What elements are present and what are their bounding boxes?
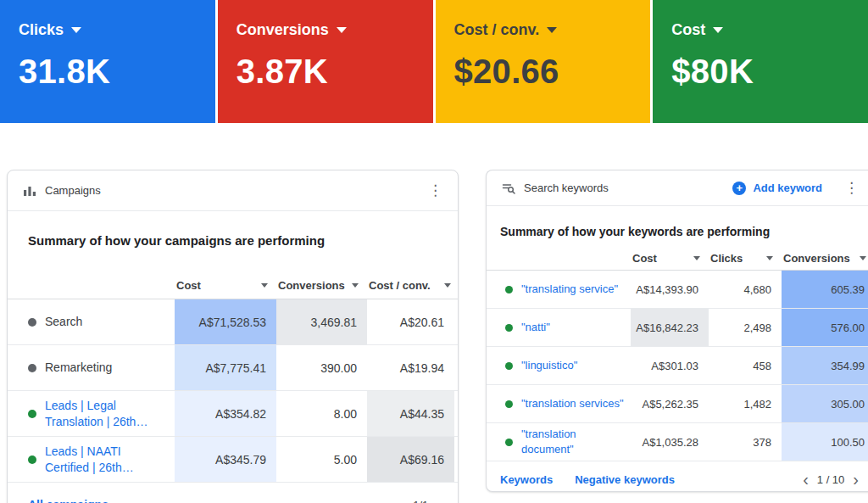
metric-selector[interactable]: Cost / conv. <box>454 21 651 39</box>
column-header-label: Conversions <box>783 252 850 265</box>
row-label-link[interactable]: "translating service" <box>521 282 618 297</box>
column-header-cost[interactable]: Cost <box>175 279 276 292</box>
column-header-label: Conversions <box>278 279 345 292</box>
metric-cell: 3,469.81 <box>276 299 367 344</box>
status-dot-icon <box>28 364 36 372</box>
metric-value: 3.87K <box>236 53 433 91</box>
table-row: Leads | LegalTranslation | 26th…A$354.82… <box>8 391 458 437</box>
metric-cell: 5.00 <box>276 437 367 482</box>
row-label: Remarketing <box>8 345 175 390</box>
row-label: "translating service" <box>487 271 631 308</box>
table-row: "natti"A$16,842.232,498576.00 <box>487 309 868 347</box>
keywords-footer: Keywords Negative keywords ‹ 1 / 10 › <box>487 461 868 492</box>
campaigns-card-header: Campaigns ⋮ <box>8 170 458 211</box>
chevron-left-icon[interactable]: ‹ <box>399 496 405 503</box>
kebab-menu-icon[interactable]: ⋮ <box>841 181 862 195</box>
row-label-link[interactable]: Leads | NAATICertified | 26th… <box>45 444 134 476</box>
scorecard-clicks[interactable]: Clicks31.8K <box>0 0 215 123</box>
row-label-link[interactable]: "translationdocument" <box>521 427 576 456</box>
row-label: "translationdocument" <box>487 423 631 461</box>
metric-label: Conversions <box>236 21 329 39</box>
metric-cell: A$14,393.90 <box>631 271 709 308</box>
metric-cell: A$5,262.35 <box>631 385 709 422</box>
column-header-label: Cost <box>632 252 657 265</box>
metric-value: $20.66 <box>454 53 651 91</box>
row-label: "translation services" <box>487 385 631 422</box>
row-label: "natti" <box>487 309 631 346</box>
metric-cell: A$7,775.41 <box>175 345 276 390</box>
campaigns-subtitle: Summary of how your campaigns are perfor… <box>28 233 437 248</box>
add-keyword-button[interactable]: + Add keyword <box>732 182 822 195</box>
column-header-cost-conv[interactable]: Cost / conv. <box>367 279 459 292</box>
keywords-card-title: Search keywords <box>524 182 609 194</box>
chevron-left-icon[interactable]: ‹ <box>803 471 809 488</box>
status-dot-icon <box>505 362 513 370</box>
metric-label: Cost / conv. <box>454 21 540 39</box>
metric-cell: A$301.03 <box>631 347 709 384</box>
keywords-table-body: "translating service"A$14,393.904,680605… <box>487 271 868 461</box>
tab-negative-keywords[interactable]: Negative keywords <box>575 473 675 486</box>
column-header-clicks[interactable]: Clicks <box>709 252 782 265</box>
keywords-footer-tabs: Keywords Negative keywords <box>500 473 675 486</box>
metric-selector[interactable]: Cost <box>671 21 868 39</box>
metric-cell: 390.00 <box>276 345 367 390</box>
metric-value: 31.8K <box>19 53 215 91</box>
scorecard-cost-conv[interactable]: Cost / conv.$20.66 <box>436 0 651 123</box>
row-label-link[interactable]: Leads | LegalTranslation | 26th… <box>45 398 147 430</box>
metric-cell: 1,482 <box>709 385 782 422</box>
row-label: Search <box>8 299 175 344</box>
chevron-down-icon <box>766 256 773 260</box>
bar-chart-icon <box>23 184 36 198</box>
chevron-down-icon <box>261 283 268 288</box>
search-keywords-card: Search keywords + Add keyword ⋮ Summary … <box>486 170 868 492</box>
metric-cell: A$16,842.23 <box>631 309 709 346</box>
table-row: RemarketingA$7,775.41390.00A$19.94 <box>8 345 458 391</box>
chevron-down-icon <box>547 27 557 33</box>
keywords-subtitle: Summary of how your keywords are perform… <box>500 225 860 238</box>
metric-cell: 8.00 <box>276 391 367 436</box>
row-label-text: Remarketing <box>45 360 112 376</box>
metric-cell: A$71,528.53 <box>175 299 276 344</box>
all-campaigns-link[interactable]: All campaigns <box>28 498 108 503</box>
metric-selector[interactable]: Clicks <box>19 21 215 39</box>
status-dot-icon <box>505 286 513 293</box>
kebab-menu-icon[interactable]: ⋮ <box>425 183 446 198</box>
metric-cell: A$44.35 <box>367 391 454 436</box>
row-label-text: Search <box>45 314 82 330</box>
column-header-label: Clicks <box>710 252 743 265</box>
status-dot-icon <box>28 410 36 418</box>
table-row: "linguistico"A$301.03458354.99 <box>487 347 868 385</box>
column-header-conversions[interactable]: Conversions <box>276 279 367 292</box>
row-label-link[interactable]: "linguistico" <box>521 358 577 373</box>
keywords-card-header: Search keywords + Add keyword ⋮ <box>487 170 868 206</box>
chevron-down-icon <box>71 27 81 33</box>
column-header-conversions[interactable]: Conversions <box>782 252 868 265</box>
tab-keywords[interactable]: Keywords <box>500 473 553 486</box>
metric-cell: A$354.82 <box>175 391 276 436</box>
table-row: Leads | NAATICertified | 26th…A$345.795.… <box>8 437 458 483</box>
metric-selector[interactable]: Conversions <box>236 21 433 39</box>
chevron-right-icon[interactable]: › <box>853 471 859 488</box>
scorecard-cost[interactable]: Cost$80K <box>653 0 868 123</box>
row-label-link[interactable]: "natti" <box>521 320 550 335</box>
column-header-cost[interactable]: Cost <box>631 252 709 265</box>
status-dot-icon <box>28 455 36 464</box>
status-dot-icon <box>505 400 513 408</box>
metric-cell: 2,498 <box>709 309 782 346</box>
chevron-down-icon <box>444 283 451 288</box>
row-label: Leads | NAATICertified | 26th… <box>8 437 175 482</box>
chevron-down-icon <box>337 27 347 33</box>
row-label-link[interactable]: "translation services" <box>521 396 624 411</box>
metric-cell: 100.50 <box>782 423 868 461</box>
campaigns-card-title: Campaigns <box>45 184 101 197</box>
status-dot-icon <box>505 324 513 332</box>
scorecard-conversions[interactable]: Conversions3.87K <box>218 0 433 123</box>
campaigns-table-header: CostConversionsCost / conv. <box>8 271 458 299</box>
chevron-down-icon <box>352 283 359 288</box>
metric-cell: 354.99 <box>782 347 868 384</box>
column-header-label: Cost <box>176 279 201 292</box>
table-row: SearchA$71,528.533,469.81A$20.61 <box>8 299 458 345</box>
campaigns-page-indicator: 1/1 <box>413 499 428 503</box>
metric-cell: 378 <box>709 423 782 461</box>
chevron-right-icon[interactable]: › <box>437 496 442 503</box>
